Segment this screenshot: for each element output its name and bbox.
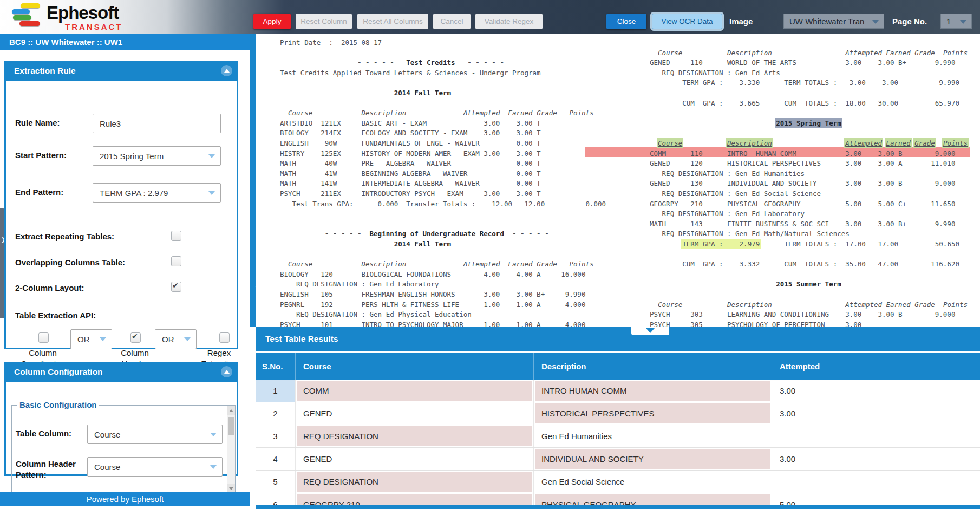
cell-description: INDIVIDUAL AND SOCIETY <box>533 448 772 470</box>
results-title-bar <box>256 327 980 351</box>
cell-course: COMM <box>295 380 533 402</box>
basic-configuration-fieldset: Basic Configuration <box>11 405 236 495</box>
powered-by-footer: Powered by Ephesoft <box>0 492 250 506</box>
cell-attempted <box>772 471 980 493</box>
page-select[interactable]: 1 <box>940 14 972 29</box>
column-header-checkbox[interactable] <box>130 332 141 343</box>
apply-button[interactable]: Apply <box>253 14 291 29</box>
table-row[interactable]: 3 REQ DESIGNATION Gen Ed Humanities <box>256 425 980 448</box>
or-select-1[interactable]: OR <box>70 329 112 349</box>
checkbox[interactable] <box>171 256 181 266</box>
app-window: Ephesoft TRANSACT Apply Reset Column Res… <box>0 0 980 509</box>
column-configuration-body: Basic Configuration Table Column: Course… <box>4 382 238 476</box>
reset-column-button[interactable]: Reset Column <box>296 14 352 29</box>
cell-sno: 4 <box>256 448 295 470</box>
results-column-header: Course <box>295 353 533 380</box>
results-column-header: Attempted <box>772 353 980 380</box>
start-pattern-label: Start Pattern: <box>15 151 67 160</box>
end-pattern-label: End Pattern: <box>15 187 63 197</box>
checkbox[interactable] <box>171 282 181 292</box>
end-pattern-select[interactable]: TERM GPA : 2.979 <box>93 183 221 203</box>
cell-attempted: 3.00 <box>772 402 980 425</box>
page-no-label: Page No. <box>892 17 927 26</box>
reset-all-columns-button[interactable]: Reset All Columns <box>357 14 428 29</box>
extraction-rule-header: Extraction Rule <box>4 61 238 81</box>
or-value: OR <box>77 335 90 344</box>
column-configuration-header: Column Configuration <box>4 362 238 382</box>
chevron-down-icon <box>960 20 966 24</box>
column-header-pattern-select[interactable]: Course <box>87 457 223 477</box>
cell-sno: 2 <box>256 402 295 425</box>
rule-name-label: Rule Name: <box>15 118 60 127</box>
checkbox[interactable] <box>171 231 181 241</box>
column-header-pattern-label-2: Pattern: <box>16 470 47 479</box>
validate-regex-button[interactable]: Validate Regex <box>475 14 543 29</box>
collapse-panel-button[interactable] <box>221 366 232 377</box>
scroll-up-icon[interactable] <box>227 406 235 415</box>
scrollbar-thumb[interactable] <box>228 417 234 435</box>
extraction-rule-title: Extraction Rule <box>14 66 76 76</box>
cell-sno: 1 <box>256 380 295 402</box>
table-row[interactable]: 4 GENED INDIVIDUAL AND SOCIETY 3.00 <box>256 448 980 471</box>
chevron-down-icon <box>872 20 879 24</box>
collapse-panel-button[interactable] <box>221 65 232 76</box>
chevron-up-icon <box>224 370 230 374</box>
chevron-up-icon <box>224 69 230 73</box>
checkbox-label: Overlapping Columns Table: <box>15 258 125 267</box>
table-row[interactable]: 2 GENED HISTORICAL PERSPECTIVES 3.00 <box>256 402 980 425</box>
view-ocr-data-button[interactable]: View OCR Data <box>652 14 722 29</box>
column-configuration-panel: Column Configuration Basic Configuration… <box>4 362 238 476</box>
results-bottom-strip <box>256 505 980 509</box>
ephesoft-logo: Ephesoft TRANSACT <box>12 2 147 33</box>
results-body: 1 COMM INTRO HUMAN COMM 3.00 2 GENED HIS… <box>256 380 980 509</box>
column-configuration-title: Column Configuration <box>14 367 103 377</box>
column-header-pattern-value: Course <box>94 462 120 472</box>
column-coordinates-checkbox[interactable] <box>38 332 49 343</box>
image-label: Image <box>729 17 753 26</box>
logo-bar-green-icon <box>13 15 31 20</box>
cell-sno: 3 <box>256 425 295 447</box>
cell-attempted <box>772 425 980 447</box>
chevron-down-icon <box>208 154 215 158</box>
results-column-header: S.No. <box>256 353 295 380</box>
brand-name: Ephesoft <box>47 3 119 23</box>
regex-extraction-checkbox[interactable] <box>219 332 230 343</box>
chevron-down-icon <box>184 337 191 341</box>
chevron-down-icon <box>208 191 215 195</box>
brand-subtitle: TRANSACT <box>65 22 123 31</box>
fieldset-scrollbar[interactable] <box>227 406 235 493</box>
image-select[interactable]: UW Whitewater Tran <box>783 14 884 29</box>
cell-description: INTRO HUMAN COMM <box>533 380 772 402</box>
cell-course: GENED <box>295 448 533 470</box>
collapse-results-handle[interactable] <box>631 327 669 335</box>
basic-configuration-legend: Basic Configuration <box>17 400 99 409</box>
page-select-value: 1 <box>946 17 951 26</box>
cell-description: Gen Ed Humanities <box>533 425 772 447</box>
cancel-button[interactable]: Cancel <box>433 14 471 29</box>
table-extraction-api-label: Table Extraction API: <box>15 311 96 320</box>
chevron-down-icon <box>100 337 106 341</box>
table-row[interactable]: 5 REQ DESIGNATION Gen Ed Social Science <box>256 471 980 493</box>
chevron-down-icon <box>210 465 217 469</box>
rule-name-input[interactable] <box>93 114 221 133</box>
chevron-down-icon <box>646 328 655 333</box>
breadcrumb: BC9 :: UW Whitewater :: UW1 <box>0 34 256 50</box>
column-header-pattern-label-1: Column Header <box>16 459 76 468</box>
start-pattern-value: 2015 Spring Term <box>100 152 164 161</box>
top-header: Ephesoft TRANSACT Apply Reset Column Res… <box>0 0 980 34</box>
logo-bar-yellow-icon <box>21 3 40 8</box>
start-pattern-select[interactable]: 2015 Spring Term <box>93 146 221 166</box>
logo-bar-blue-icon <box>12 9 30 14</box>
checkbox-label: Extract Repeating Tables: <box>15 232 114 241</box>
table-column-select[interactable]: Course <box>87 425 223 444</box>
close-button[interactable]: Close <box>606 14 646 29</box>
end-pattern-value: TERM GPA : 2.979 <box>100 188 168 198</box>
image-select-value: UW Whitewater Tran <box>789 17 864 26</box>
cell-course: REQ DESIGNATION <box>295 471 533 493</box>
cell-sno: 5 <box>256 471 295 493</box>
or-select-2[interactable]: OR <box>155 329 197 349</box>
logo-bar-red-icon <box>19 21 40 26</box>
table-row[interactable]: 1 COMM INTRO HUMAN COMM 3.00 <box>256 380 980 402</box>
results-title: Test Table Results <box>265 327 338 351</box>
table-column-value: Course <box>94 430 120 439</box>
